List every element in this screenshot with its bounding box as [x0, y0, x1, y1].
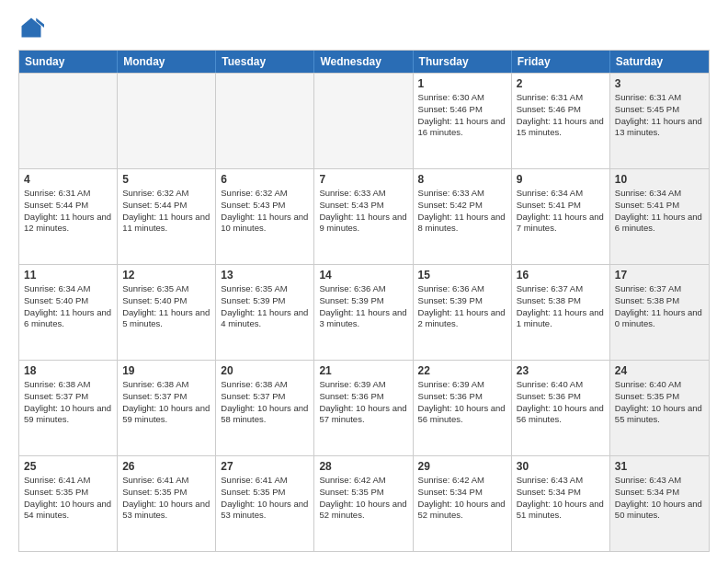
calendar-cell: 10Sunrise: 6:34 AM Sunset: 5:41 PM Dayli… — [610, 169, 709, 264]
day-info: Sunrise: 6:38 AM Sunset: 5:37 PM Dayligh… — [24, 379, 112, 426]
calendar-cell: 19Sunrise: 6:38 AM Sunset: 5:37 PM Dayli… — [118, 361, 216, 455]
day-info: Sunrise: 6:31 AM Sunset: 5:44 PM Dayligh… — [24, 188, 112, 235]
header-day-monday: Monday — [118, 51, 216, 73]
day-number: 30 — [517, 460, 605, 473]
calendar-cell: 28Sunrise: 6:42 AM Sunset: 5:35 PM Dayli… — [314, 456, 413, 551]
day-info: Sunrise: 6:39 AM Sunset: 5:36 PM Dayligh… — [319, 379, 407, 426]
header-day-sunday: Sunday — [19, 51, 118, 73]
day-info: Sunrise: 6:40 AM Sunset: 5:36 PM Dayligh… — [517, 379, 605, 426]
day-info: Sunrise: 6:34 AM Sunset: 5:41 PM Dayligh… — [615, 188, 704, 235]
calendar-cell: 1Sunrise: 6:30 AM Sunset: 5:46 PM Daylig… — [414, 74, 512, 168]
day-info: Sunrise: 6:40 AM Sunset: 5:35 PM Dayligh… — [615, 379, 704, 426]
day-number: 4 — [24, 173, 112, 186]
day-info: Sunrise: 6:34 AM Sunset: 5:41 PM Dayligh… — [517, 188, 605, 235]
day-info: Sunrise: 6:31 AM Sunset: 5:45 PM Dayligh… — [615, 92, 704, 139]
day-info: Sunrise: 6:41 AM Sunset: 5:35 PM Dayligh… — [122, 475, 210, 522]
day-info: Sunrise: 6:31 AM Sunset: 5:46 PM Dayligh… — [517, 92, 605, 139]
calendar-cell: 20Sunrise: 6:38 AM Sunset: 5:37 PM Dayli… — [216, 361, 314, 455]
calendar-row-2: 4Sunrise: 6:31 AM Sunset: 5:44 PM Daylig… — [19, 168, 709, 264]
calendar-cell: 27Sunrise: 6:41 AM Sunset: 5:35 PM Dayli… — [216, 456, 314, 551]
calendar-cell: 21Sunrise: 6:39 AM Sunset: 5:36 PM Dayli… — [314, 361, 413, 455]
day-info: Sunrise: 6:42 AM Sunset: 5:34 PM Dayligh… — [418, 475, 506, 522]
calendar-cell: 11Sunrise: 6:34 AM Sunset: 5:40 PM Dayli… — [19, 265, 118, 360]
header — [18, 15, 710, 40]
day-info: Sunrise: 6:32 AM Sunset: 5:44 PM Dayligh… — [122, 188, 210, 235]
day-number: 11 — [24, 269, 112, 282]
calendar-cell: 18Sunrise: 6:38 AM Sunset: 5:37 PM Dayli… — [19, 361, 118, 455]
day-number: 19 — [122, 364, 210, 377]
calendar-cell: 31Sunrise: 6:43 AM Sunset: 5:34 PM Dayli… — [610, 456, 709, 551]
day-info: Sunrise: 6:35 AM Sunset: 5:40 PM Dayligh… — [122, 283, 210, 330]
day-number: 26 — [122, 460, 210, 473]
calendar-cell: 23Sunrise: 6:40 AM Sunset: 5:36 PM Dayli… — [512, 361, 610, 455]
calendar-row-3: 11Sunrise: 6:34 AM Sunset: 5:40 PM Dayli… — [19, 264, 709, 360]
day-number: 20 — [221, 364, 309, 377]
day-number: 1 — [418, 77, 506, 90]
header-day-thursday: Thursday — [414, 51, 512, 73]
calendar-cell — [19, 74, 118, 168]
day-info: Sunrise: 6:36 AM Sunset: 5:39 PM Dayligh… — [319, 283, 407, 330]
day-info: Sunrise: 6:37 AM Sunset: 5:38 PM Dayligh… — [615, 283, 704, 330]
day-number: 9 — [517, 173, 605, 186]
header-day-friday: Friday — [512, 51, 610, 73]
day-number: 14 — [319, 269, 407, 282]
calendar-cell: 3Sunrise: 6:31 AM Sunset: 5:45 PM Daylig… — [610, 74, 709, 168]
day-number: 31 — [615, 460, 704, 473]
day-number: 18 — [24, 364, 112, 377]
calendar-cell — [216, 74, 314, 168]
day-number: 24 — [615, 364, 704, 377]
day-info: Sunrise: 6:37 AM Sunset: 5:38 PM Dayligh… — [517, 283, 605, 330]
calendar-cell: 13Sunrise: 6:35 AM Sunset: 5:39 PM Dayli… — [216, 265, 314, 360]
day-info: Sunrise: 6:30 AM Sunset: 5:46 PM Dayligh… — [418, 92, 506, 139]
header-day-tuesday: Tuesday — [216, 51, 314, 73]
calendar-header: SundayMondayTuesdayWednesdayThursdayFrid… — [19, 51, 709, 73]
day-number: 15 — [418, 269, 506, 282]
day-number: 13 — [221, 269, 309, 282]
day-info: Sunrise: 6:33 AM Sunset: 5:42 PM Dayligh… — [418, 188, 506, 235]
calendar-cell: 15Sunrise: 6:36 AM Sunset: 5:39 PM Dayli… — [414, 265, 512, 360]
day-info: Sunrise: 6:35 AM Sunset: 5:39 PM Dayligh… — [221, 283, 309, 330]
calendar-cell: 17Sunrise: 6:37 AM Sunset: 5:38 PM Dayli… — [610, 265, 709, 360]
calendar-cell: 26Sunrise: 6:41 AM Sunset: 5:35 PM Dayli… — [118, 456, 216, 551]
day-info: Sunrise: 6:39 AM Sunset: 5:36 PM Dayligh… — [418, 379, 506, 426]
calendar-cell: 25Sunrise: 6:41 AM Sunset: 5:35 PM Dayli… — [19, 456, 118, 551]
calendar-cell: 6Sunrise: 6:32 AM Sunset: 5:43 PM Daylig… — [216, 169, 314, 264]
calendar-cell: 16Sunrise: 6:37 AM Sunset: 5:38 PM Dayli… — [512, 265, 610, 360]
day-number: 23 — [517, 364, 605, 377]
calendar-cell: 12Sunrise: 6:35 AM Sunset: 5:40 PM Dayli… — [118, 265, 216, 360]
calendar-cell: 7Sunrise: 6:33 AM Sunset: 5:43 PM Daylig… — [314, 169, 413, 264]
page: SundayMondayTuesdayWednesdayThursdayFrid… — [0, 0, 728, 563]
header-day-wednesday: Wednesday — [314, 51, 413, 73]
day-number: 10 — [615, 173, 704, 186]
calendar-cell: 22Sunrise: 6:39 AM Sunset: 5:36 PM Dayli… — [414, 361, 512, 455]
calendar-cell: 9Sunrise: 6:34 AM Sunset: 5:41 PM Daylig… — [512, 169, 610, 264]
day-number: 3 — [615, 77, 704, 90]
day-info: Sunrise: 6:38 AM Sunset: 5:37 PM Dayligh… — [122, 379, 210, 426]
logo — [18, 15, 48, 40]
calendar-cell — [118, 74, 216, 168]
day-info: Sunrise: 6:38 AM Sunset: 5:37 PM Dayligh… — [221, 379, 309, 426]
day-number: 29 — [418, 460, 506, 473]
calendar-cell: 14Sunrise: 6:36 AM Sunset: 5:39 PM Dayli… — [314, 265, 413, 360]
day-number: 22 — [418, 364, 506, 377]
calendar-cell: 8Sunrise: 6:33 AM Sunset: 5:42 PM Daylig… — [414, 169, 512, 264]
day-info: Sunrise: 6:41 AM Sunset: 5:35 PM Dayligh… — [24, 475, 112, 522]
day-info: Sunrise: 6:32 AM Sunset: 5:43 PM Dayligh… — [221, 188, 309, 235]
day-number: 28 — [319, 460, 407, 473]
day-number: 25 — [24, 460, 112, 473]
calendar-cell: 30Sunrise: 6:43 AM Sunset: 5:34 PM Dayli… — [512, 456, 610, 551]
calendar-cell: 24Sunrise: 6:40 AM Sunset: 5:35 PM Dayli… — [610, 361, 709, 455]
calendar-cell — [314, 74, 413, 168]
day-number: 17 — [615, 269, 704, 282]
calendar-row-1: 1Sunrise: 6:30 AM Sunset: 5:46 PM Daylig… — [19, 73, 709, 168]
day-number: 16 — [517, 269, 605, 282]
day-number: 21 — [319, 364, 407, 377]
day-info: Sunrise: 6:42 AM Sunset: 5:35 PM Dayligh… — [319, 475, 407, 522]
day-info: Sunrise: 6:33 AM Sunset: 5:43 PM Dayligh… — [319, 188, 407, 235]
day-info: Sunrise: 6:43 AM Sunset: 5:34 PM Dayligh… — [517, 475, 605, 522]
day-number: 7 — [319, 173, 407, 186]
header-day-saturday: Saturday — [610, 51, 709, 73]
calendar-cell: 5Sunrise: 6:32 AM Sunset: 5:44 PM Daylig… — [118, 169, 216, 264]
day-info: Sunrise: 6:36 AM Sunset: 5:39 PM Dayligh… — [418, 283, 506, 330]
day-number: 6 — [221, 173, 309, 186]
